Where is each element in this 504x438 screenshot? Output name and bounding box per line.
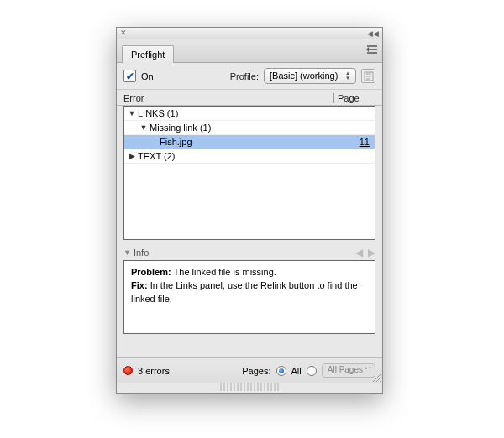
stepper-arrows-icon: ▲▼ xyxy=(364,366,372,370)
fix-label: Fix: xyxy=(131,280,148,290)
collapse-icon[interactable]: ◀◀ xyxy=(367,29,379,38)
checkmark-icon: ✔ xyxy=(126,71,134,81)
error-status-icon xyxy=(123,366,133,375)
tab-preflight[interactable]: Preflight xyxy=(122,45,174,63)
tree-label: TEXT (2) xyxy=(136,151,375,161)
stepper-arrows-icon: ▲▼ xyxy=(344,70,352,81)
tree-row-text[interactable]: ▶ TEXT (2) xyxy=(124,149,375,164)
problem-text: The linked file is missing. xyxy=(174,267,276,277)
radio-all-label: All xyxy=(291,366,302,376)
tab-bar: Preflight xyxy=(117,39,382,63)
tree-label: Missing link (1) xyxy=(148,123,375,133)
info-header[interactable]: ▼ Info ◀ ▶ xyxy=(123,245,375,260)
tree-row-fish[interactable]: Fish.jpg 11 xyxy=(124,135,375,149)
disclosure-down-icon[interactable]: ▼ xyxy=(123,248,131,257)
preflight-panel: ✕ ◀◀ Preflight ✔ On Profile: [Basic] (wo… xyxy=(116,27,383,394)
bottom-grip[interactable] xyxy=(117,383,382,393)
page-range-select[interactable]: All Pages ▲▼ xyxy=(322,363,375,378)
tree-row-missing-link[interactable]: ▼ Missing link (1) xyxy=(124,121,375,135)
disclosure-down-icon[interactable]: ▼ xyxy=(139,123,148,132)
info-section: ▼ Info ◀ ▶ Problem: The linked file is m… xyxy=(117,245,382,334)
fix-text: In the Links panel, use the Relink butto… xyxy=(131,280,358,304)
on-checkbox[interactable]: ✔ xyxy=(123,70,136,82)
next-error-icon[interactable]: ▶ xyxy=(368,247,375,258)
tree-label: LINKS (1) xyxy=(136,108,375,118)
close-icon[interactable]: ✕ xyxy=(120,29,128,37)
info-title: Info xyxy=(134,248,149,258)
page-link[interactable]: 11 xyxy=(336,137,375,147)
profile-select[interactable]: [Basic] (working) ▲▼ xyxy=(264,68,356,84)
panel-footer: 3 errors Pages: All All Pages ▲▼ xyxy=(117,357,382,383)
radio-range[interactable] xyxy=(307,366,317,376)
problem-label: Problem: xyxy=(131,267,171,277)
radio-all[interactable] xyxy=(276,366,286,376)
page-range-value: All Pages xyxy=(328,365,363,374)
on-label: On xyxy=(141,71,154,81)
disclosure-right-icon[interactable]: ▶ xyxy=(128,152,136,160)
column-error-header[interactable]: Error xyxy=(123,93,333,103)
profile-label: Profile: xyxy=(230,71,259,81)
info-box: Problem: The linked file is missing. Fix… xyxy=(123,260,375,334)
disclosure-down-icon[interactable]: ▼ xyxy=(128,109,136,117)
info-nav: ◀ ▶ xyxy=(355,247,375,258)
status-text: 3 errors xyxy=(138,366,170,376)
tree-label: Fish.jpg xyxy=(158,137,336,147)
panel-menu-icon[interactable] xyxy=(365,45,379,55)
pages-label: Pages: xyxy=(242,366,270,376)
prev-error-icon[interactable]: ◀ xyxy=(355,247,363,258)
error-tree[interactable]: ▼ LINKS (1) ▼ Missing link (1) Fish.jpg … xyxy=(123,106,375,240)
panel-top-strip: ✕ ◀◀ xyxy=(117,28,382,39)
profile-value: [Basic] (working) xyxy=(270,70,338,81)
resize-grip-icon[interactable] xyxy=(371,372,381,382)
controls-row: ✔ On Profile: [Basic] (working) ▲▼ xyxy=(117,63,382,90)
embed-profile-icon[interactable] xyxy=(361,69,375,83)
column-page-header[interactable]: Page xyxy=(333,93,375,103)
tree-row-links[interactable]: ▼ LINKS (1) xyxy=(124,107,375,121)
column-headers: Error Page xyxy=(117,90,382,106)
